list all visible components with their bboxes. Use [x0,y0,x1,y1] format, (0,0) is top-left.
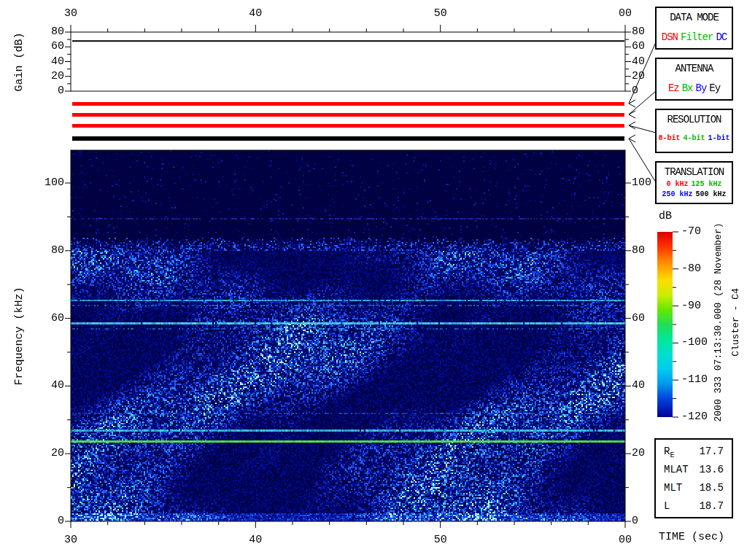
orbit-row: MLT 18.5 [656,479,732,497]
tick-label: 0 [632,85,638,98]
legend-items: EzBxByEy [657,82,732,94]
legend-antenna: ANTENNA EzBxByEy [655,58,733,101]
tick-label: -90 [681,300,701,313]
tick-label: 100 [632,176,651,190]
legend-item: 0 kHz [666,180,688,188]
legend-item: 500 kHz [696,190,727,198]
tick-label: 00 [619,534,632,547]
legend-item: 250 kHz [662,190,692,198]
legend-item: Filter [681,31,713,43]
legend-item: Bx [682,82,693,94]
legend-translation: TRANSLATION 0 kHz125 kHz 250 kHz500 kHz [655,161,733,204]
status-bar-translation [72,136,624,141]
orbit-row: RE 17.7 [656,443,732,461]
tick-label: 60 [632,312,645,325]
tick-label: 30 [64,534,77,547]
legend-item: 1-bit [708,134,730,142]
orbit-value: 17.7 [699,443,724,461]
legend-item: DSN [662,31,678,43]
orbit-label: RE [664,443,674,461]
legend-item: 4-bit [683,134,705,142]
gain-axis-label: Gain (dB) [13,32,26,91]
orbit-label: MLAT [664,461,689,479]
tick-label: 50 [434,534,447,547]
tick-label: 40 [51,55,64,69]
legend-items: DSNFilterDC [657,31,732,43]
tick-label: 0 [58,515,64,528]
orbit-row: MLAT 13.6 [656,461,732,479]
legend-item: 125 kHz [692,180,722,188]
tick-label: 40 [249,7,262,20]
wbd-spectrogram-display: Gain (dB) Frequency (kHz) 2000 333 07:13… [0,0,747,560]
status-bar-resolution [72,124,624,128]
tick-label: 50 [434,7,447,20]
tick-label: 80 [51,26,64,39]
tick-label: 40 [249,534,262,547]
orbit-value: 18.5 [699,479,724,497]
tick-label: 20 [632,70,645,83]
timestamp-vertical-label: 2000 333 07:13:30.000 (28 November) [713,222,724,421]
tick-label: 60 [632,40,645,53]
tick-label: 40 [632,379,645,392]
orbit-value: 18.7 [699,497,724,516]
legend-title: DATA MODE [657,12,732,23]
orbit-value: 13.6 [699,461,724,479]
tick-label: -100 [681,336,708,349]
legend-item: 8-bit [658,134,680,142]
tick-label: 80 [632,26,645,39]
legend-title: ANTENNA [657,63,732,74]
orbit-row: L 18.7 [656,497,732,516]
tick-label: 20 [51,70,64,83]
tick-label: 20 [632,447,645,460]
tick-label: 80 [51,244,64,257]
spacecraft-vertical-label: Cluster - C4 [730,288,741,357]
legend-item: Ey [709,82,720,94]
orbit-parameters-box: RE 17.7 MLAT 13.6 MLT 18.5 L 18.7 [654,438,733,518]
legend-item: By [696,82,707,94]
frequency-axis-label: Frequency (kHz) [13,287,26,385]
orbit-label: MLT [664,479,682,497]
tick-label: 0 [632,515,638,528]
tick-label: 20 [51,447,64,460]
tick-label: 80 [632,244,645,257]
legend-resolution: RESOLUTION 8-bit4-bit1-bit [655,109,733,153]
legend-items: 8-bit4-bit1-bit [657,134,732,142]
legend-item: DC [716,31,727,43]
tick-label: 40 [632,55,645,69]
tick-label: 00 [619,7,632,20]
legend-items: 0 kHz125 kHz [657,180,732,188]
legend-data-mode: DATA MODE DSNFilterDC [655,7,733,50]
status-bar-data-mode [72,102,624,106]
tick-label: -70 [681,225,701,238]
tick-label: 60 [51,312,64,325]
tick-label: 40 [51,379,64,392]
tick-label: 0 [58,85,64,98]
tick-label: -110 [681,373,708,386]
tick-label: -120 [681,411,708,424]
spectrogram [71,150,625,521]
legend-items: 250 kHz500 kHz [657,190,732,198]
orbit-label: L [664,497,670,516]
tick-label: 30 [64,7,77,20]
colorbar [657,232,673,417]
tick-label: 60 [51,40,64,53]
tick-label: 100 [44,176,64,190]
legend-title: RESOLUTION [657,114,732,125]
status-bar-antenna [72,113,624,117]
tick-label: -80 [681,262,701,276]
colorbar-unit-label: dB [659,210,672,222]
time-axis-label: TIME (sec) [659,531,724,543]
legend-item: Ez [668,82,679,94]
legend-title: TRANSLATION [657,166,732,178]
